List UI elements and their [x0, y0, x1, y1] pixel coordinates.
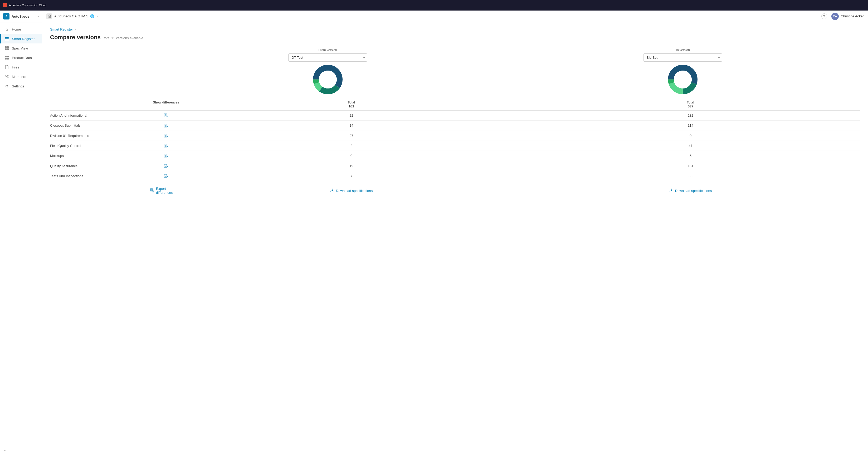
table-row: Quality Assurance 19 131	[50, 161, 860, 171]
sidebar-item-members-label: Members	[12, 75, 26, 79]
project-name: AutoSpecs GA GTM 1	[54, 14, 88, 18]
from-total-label: Total	[182, 101, 521, 104]
sidebar-app-header[interactable]: A AutoSpecs ▾	[0, 10, 42, 22]
from-version-select[interactable]: DT Test Bid Set Version 1	[288, 54, 367, 62]
svg-rect-6	[7, 48, 9, 50]
sidebar-item-spec-view-label: Spec View	[12, 46, 28, 50]
to-version-label: To version	[675, 48, 690, 52]
user-name: Christine Acker	[841, 14, 864, 18]
members-icon	[4, 74, 9, 79]
to-count: 5	[521, 154, 860, 158]
to-count: 114	[521, 124, 860, 127]
svg-rect-1	[5, 38, 9, 39]
content-area: Smart Register › Compare versions total …	[42, 22, 868, 455]
show-diff-icon[interactable]	[164, 123, 168, 127]
from-count: 97	[182, 134, 521, 138]
sidebar-item-members[interactable]: Members	[0, 72, 42, 82]
to-version-select-wrapper[interactable]: Bid Set DT Test Version 1 ▾	[643, 54, 722, 62]
show-diff-icon[interactable]	[164, 174, 168, 178]
show-diff-icon[interactable]	[164, 164, 168, 168]
category-name: Field Quality Control	[50, 144, 150, 148]
export-icon	[150, 188, 154, 193]
sidebar-item-files[interactable]: Files	[0, 62, 42, 72]
download-to-label: Download specifications	[675, 189, 712, 193]
diff-icon-cell[interactable]	[150, 164, 182, 168]
to-version-select[interactable]: Bid Set DT Test Version 1	[643, 54, 722, 62]
diff-icon-cell[interactable]	[150, 133, 182, 138]
svg-point-11	[5, 75, 7, 77]
sidebar-item-home[interactable]: ⌂ Home	[0, 25, 42, 34]
svg-point-12	[7, 75, 8, 76]
breadcrumb-parent[interactable]: Smart Register	[50, 27, 73, 31]
svg-rect-2	[5, 40, 9, 40]
svg-rect-5	[5, 48, 7, 50]
main-content: Smart Register › Compare versions total …	[42, 22, 868, 455]
svg-rect-13	[49, 17, 50, 18]
to-count: 282	[521, 113, 860, 118]
from-chart-container	[150, 64, 505, 95]
spec-view-icon	[4, 46, 9, 51]
charts-row	[50, 64, 860, 95]
top-bar: Autodesk Construction Cloud	[0, 0, 868, 10]
diff-icon-cell[interactable]	[150, 143, 182, 148]
project-dropdown-icon: ▾	[96, 15, 98, 18]
sidebar: A AutoSpecs ▾ ⌂ Home Smart Regis	[0, 10, 42, 455]
show-diff-icon[interactable]	[164, 143, 168, 148]
page-title: Compare versions	[50, 34, 101, 41]
help-button[interactable]: ?	[822, 13, 827, 19]
sidebar-nav: ⌂ Home Smart Register	[0, 22, 42, 446]
svg-rect-3	[5, 46, 7, 48]
breadcrumb: Smart Register ›	[50, 27, 860, 31]
from-version-select-wrapper[interactable]: DT Test Bid Set Version 1 ▾	[288, 54, 367, 62]
sidebar-collapse-button[interactable]: ←	[0, 446, 42, 455]
from-count: 0	[182, 154, 521, 158]
from-count: 2	[182, 144, 521, 148]
from-version-col: From version DT Test Bid Set Version 1 ▾	[150, 48, 505, 62]
show-diff-icon[interactable]	[164, 154, 168, 158]
page-title-area: Compare versions total 11 versions avail…	[50, 34, 860, 41]
download-from-link[interactable]: Download specifications	[330, 188, 373, 193]
globe-icon: 🌐	[90, 14, 94, 18]
diff-icon-cell[interactable]	[150, 123, 182, 128]
table-row: Division 01 Requirements 97 0	[50, 131, 860, 141]
sidebar-app-name: AutoSpecs	[11, 14, 30, 19]
compare-table-wrapper: Show differences Total 161 Total 637	[50, 101, 860, 195]
sidebar-item-spec-view[interactable]: Spec View	[0, 43, 42, 53]
table-rows: Action And Informational 22 282 Closeout…	[50, 110, 860, 181]
from-count: 19	[182, 164, 521, 168]
category-name: Quality Assurance	[50, 164, 150, 168]
category-name: Closeout Submittals	[50, 124, 150, 127]
page-subtitle: total 11 versions available	[104, 36, 143, 40]
sidebar-item-product-data[interactable]: Product Data	[0, 53, 42, 62]
sidebar-item-smart-register[interactable]: Smart Register	[0, 34, 42, 43]
export-differences-label: Export differences	[156, 187, 182, 195]
show-diff-icon[interactable]	[164, 113, 168, 118]
sidebar-dropdown-icon: ▾	[37, 15, 39, 18]
autodesk-logo: Autodesk Construction Cloud	[3, 3, 46, 7]
from-count: 7	[182, 174, 521, 178]
diff-icon-cell[interactable]	[150, 174, 182, 178]
sidebar-item-settings[interactable]: ⚙ Settings	[0, 82, 42, 91]
from-count: 22	[182, 113, 521, 118]
sidebar-item-smart-register-label: Smart Register	[12, 37, 35, 41]
to-count: 131	[521, 164, 860, 168]
product-data-icon	[4, 55, 9, 60]
download-to-link[interactable]: Download specifications	[669, 188, 712, 193]
svg-point-19	[319, 71, 337, 89]
diff-icon-cell[interactable]	[150, 113, 182, 118]
project-selector[interactable]: AutoSpecs GA GTM 1 🌐 ▾	[46, 13, 98, 19]
to-count: 0	[521, 134, 860, 138]
table-row: Closeout Submittals 14 114	[50, 121, 860, 131]
show-diff-icon[interactable]	[164, 133, 168, 138]
category-name: Division 01 Requirements	[50, 134, 150, 138]
header-bar: AutoSpecs GA GTM 1 🌐 ▾ ? CA Christine Ac…	[42, 10, 868, 22]
table-row: Mockups 0 5	[50, 151, 860, 161]
diff-icon-cell[interactable]	[150, 154, 182, 158]
table-row: Field Quality Control 2 47	[50, 141, 860, 151]
home-icon: ⌂	[4, 27, 9, 32]
user-menu[interactable]: CA Christine Acker	[831, 13, 864, 20]
autodesk-icon	[3, 3, 7, 7]
svg-rect-4	[7, 46, 9, 48]
col-header-to: Total 637	[521, 101, 860, 108]
export-differences-link[interactable]: Export differences	[150, 187, 182, 195]
